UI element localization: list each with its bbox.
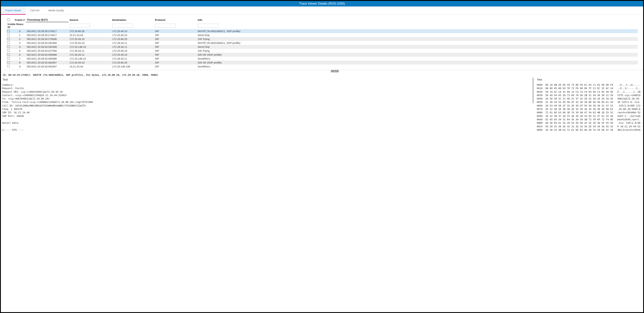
cell-timestamp: 05/14/21 20:28:33:282458 <box>26 41 68 45</box>
row-checkbox[interactable] <box>7 61 10 63</box>
hex-pane-body[interactable]: 0000 00 10 6B 2E E6 CD 74 8E F8 61 63 C1… <box>537 83 642 311</box>
filter-info-input[interactable] <box>198 24 218 27</box>
table-row[interactable]: 005/14/21 20:28:33:274017172.20.80.20172… <box>6 29 638 33</box>
cell-timestamp: 05/14/21 20:28:33:327508 <box>26 49 68 53</box>
cell-frame: 3 <box>14 41 26 45</box>
row-checkbox[interactable] <box>7 34 10 36</box>
cell-info: 100 Trying <box>196 37 638 41</box>
row-checkbox[interactable] <box>7 49 10 52</box>
cell-protocol: SIP <box>154 53 196 57</box>
cell-timestamp: 05/14/21 20:28:33:282458 <box>26 45 68 49</box>
cell-info: 100 Trying <box>196 49 638 53</box>
cell-frame: 9 <box>14 64 26 68</box>
cell-protocol: SIP <box>154 57 196 61</box>
col-destination[interactable]: Destination <box>111 17 154 22</box>
cell-timestamp: 05/14/21 20:28:33:456988 <box>26 57 68 61</box>
table-row[interactable]: 705/14/21 20:28:33:456988172.20.148.1017… <box>6 57 638 61</box>
filter-protocol-input[interactable] <box>155 24 176 27</box>
cell-source: 10.21.24.44 <box>68 64 111 68</box>
row-checkbox[interactable] <box>7 65 10 67</box>
visible-rows-label: Visible Rows: 30 <box>6 22 26 29</box>
cell-source: 172.20.49.10 <box>68 37 111 41</box>
cell-frame: 5 <box>14 49 26 53</box>
tab-call-info[interactable]: Call Info <box>26 6 44 15</box>
col-protocol[interactable]: Protocol <box>154 17 196 22</box>
cell-source: 172.20.148.10 <box>68 45 111 49</box>
col-frame[interactable]: Frame # <box>14 17 26 22</box>
cell-timestamp: 05/14/21 20:28:33:275636 <box>26 37 68 41</box>
cell-timestamp: 05/14/21 20:28:33:462067 <box>26 64 68 68</box>
table-row[interactable]: 605/14/21 20:28:33:456988172.28.34.11172… <box>6 53 638 57</box>
row-checkbox[interactable] <box>7 57 10 59</box>
cell-destination: 172.20.80.20 <box>111 37 154 41</box>
filter-destination-input[interactable] <box>112 24 133 27</box>
cell-info: 200 OK (SDP profile) <box>196 61 638 64</box>
table-row[interactable]: 305/14/21 20:28:33:282458172.20.49.10172… <box>6 41 638 45</box>
cell-info: 200 OK (SDP profile) <box>196 53 638 57</box>
cell-protocol: SIP <box>154 61 196 64</box>
cell-timestamp: 05/14/21 20:28:33:274017 <box>26 33 68 37</box>
cell-destination: 172.28.34.11 <box>111 57 154 61</box>
cell-source: 172.28.34.11 <box>68 53 111 57</box>
cell-frame: 7 <box>14 57 26 61</box>
table-row[interactable]: 805/14/21 20:28:33:462067172.20.49.10172… <box>6 61 638 64</box>
tree-expand-icon[interactable]: + <box>2 129 4 131</box>
cell-info: Send Only <box>196 33 638 37</box>
cell-timestamp: 05/14/21 20:28:33:462067 <box>26 61 68 64</box>
filter-source-input[interactable] <box>70 24 90 27</box>
row-checkbox[interactable] <box>7 37 10 40</box>
row-checkbox[interactable] <box>7 53 10 56</box>
cell-destination: 172.28.34.11 <box>111 41 154 45</box>
cell-frame: 0 <box>14 29 26 33</box>
cell-source: 172.20.80.20 <box>68 29 111 33</box>
cell-destination: 172.20.49.10 <box>111 53 154 57</box>
frame-summary-line: [0, 00:28:33:274017, INVITE (To:40019400… <box>2 73 642 77</box>
row-checkbox[interactable] <box>7 41 10 44</box>
scrollbar-thumb[interactable] <box>532 78 534 103</box>
cell-frame: 2 <box>14 37 26 41</box>
cell-info: Send/Recv. <box>196 64 638 68</box>
cell-destination: 172.20.49.10 <box>111 29 154 33</box>
cell-info: INVITE (To:4001940011, SDP profile) <box>196 29 638 33</box>
cell-protocol: SIP <box>154 49 196 53</box>
row-checkbox[interactable] <box>7 45 10 48</box>
splitter-grip-icon[interactable] <box>331 70 339 72</box>
col-source[interactable]: Source <box>68 17 111 22</box>
col-info[interactable]: Info <box>196 17 638 22</box>
cell-protocol: SIP <box>154 29 196 33</box>
tab-bar: Frame Viewer Call Info Media Quality <box>1 6 643 15</box>
cell-frame: 8 <box>14 61 26 64</box>
cell-source: 172.20.49.10 <box>68 61 111 64</box>
cell-source: 172.20.148.10 <box>68 57 111 61</box>
cell-protocol: SIP <box>154 33 196 37</box>
select-all-checkbox[interactable] <box>7 18 10 21</box>
cell-timestamp: 05/14/21 20:28:33:274017 <box>26 29 68 33</box>
table-row[interactable]: 405/14/21 20:28:33:282458172.20.148.1017… <box>6 45 638 49</box>
tab-frame-viewer[interactable]: Frame Viewer <box>1 6 26 15</box>
hex-pane-heading: Hex <box>537 77 642 83</box>
cell-protocol: SIP <box>154 37 196 41</box>
table-row[interactable]: 905/14/21 20:28:33:46206710.21.24.44172.… <box>6 64 638 68</box>
cell-frame: 6 <box>14 53 26 57</box>
row-checkbox[interactable] <box>7 30 10 32</box>
table-row[interactable]: 205/14/21 20:28:33:275636172.20.49.10172… <box>6 37 638 41</box>
text-pane-heading: Text <box>2 77 532 83</box>
cell-source: 172.20.49.10 <box>68 41 111 45</box>
window-title: Trace Viewer Details (ROS-1000) <box>1 1 643 6</box>
pane-splitter[interactable] <box>1 70 643 73</box>
cell-protocol: SIP <box>154 45 196 49</box>
table-row[interactable]: 505/14/21 20:28:33:327508172.28.34.11172… <box>6 49 638 53</box>
text-pane-body[interactable]: Summary: Request: Invite Request URI: si… <box>2 83 532 311</box>
cell-destination: 172.20.80.20 <box>111 61 154 64</box>
cell-info: INVITE (To:4001940011, SDP profile) <box>196 41 638 45</box>
cell-destination: 172.20.49.10 <box>111 33 154 37</box>
cell-destination: 172.20.148.138 <box>111 64 154 68</box>
table-row[interactable]: 105/14/21 20:28:33:27401710.21.24.44172.… <box>6 33 638 37</box>
col-timestamp[interactable]: Timestamp (EST) <box>26 17 68 22</box>
tab-media-quality[interactable]: Media Quality <box>44 6 68 15</box>
cell-destination: 172.28.34.11 <box>111 45 154 49</box>
cell-protocol: SIP <box>154 41 196 45</box>
cell-source: 10.21.24.44 <box>68 33 111 37</box>
frames-table: Frame # Timestamp (EST) Source Destinati… <box>6 17 638 68</box>
cell-frame: 4 <box>14 45 26 49</box>
